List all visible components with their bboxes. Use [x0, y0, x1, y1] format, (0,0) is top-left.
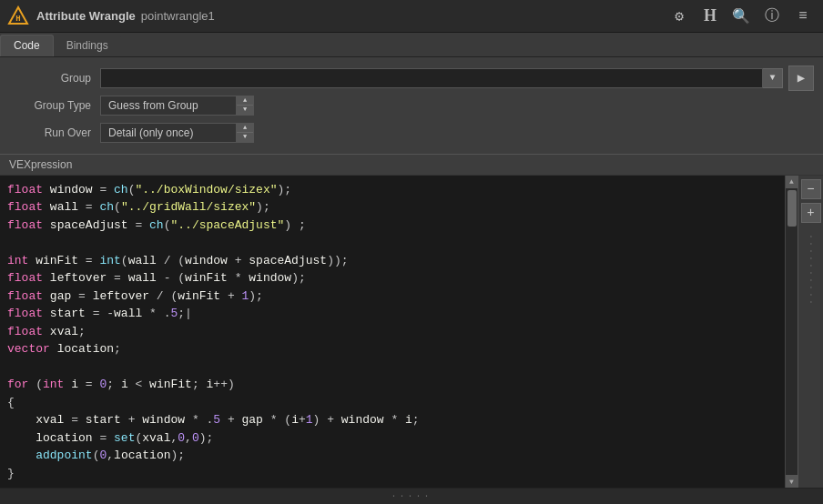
help-icon[interactable]: H — [697, 4, 723, 29]
group-arrow-btn[interactable]: ▶ — [788, 66, 814, 91]
tab-bindings[interactable]: Bindings — [54, 35, 121, 56]
run-over-up[interactable]: ▲ — [237, 124, 253, 133]
scroll-down-btn[interactable]: ▼ — [786, 475, 798, 488]
scroll-up-btn[interactable]: ▲ — [786, 176, 798, 188]
bottom-dots: ····· — [391, 491, 432, 501]
group-type-value[interactable]: Guess from Group — [100, 96, 237, 116]
run-over-value[interactable]: Detail (only once) — [100, 123, 237, 143]
group-dropdown-btn[interactable]: ▼ — [763, 68, 783, 88]
group-row: Group ▼ ▶ — [0, 65, 823, 92]
app-title: Attribute Wrangle — [36, 9, 136, 23]
run-over-control: Detail (only once) ▲ ▼ — [100, 123, 254, 143]
group-type-spinner: ▲ ▼ — [237, 96, 254, 116]
run-over-spinner: ▲ ▼ — [237, 123, 254, 143]
titlebar-actions: ⚙ H 🔍 ⓘ ≡ — [666, 4, 816, 29]
run-over-label: Run Over — [9, 126, 100, 139]
scrollbar-track[interactable] — [786, 188, 798, 476]
search-icon[interactable]: 🔍 — [728, 4, 754, 29]
gear-icon[interactable]: ⚙ — [666, 4, 692, 29]
zoom-out-btn[interactable]: − — [801, 179, 821, 199]
scrollbar-thumb[interactable] — [787, 190, 797, 227]
main-content: Code Bindings Group ▼ ▶ Group Type Guess… — [0, 33, 823, 504]
menu-icon[interactable]: ≡ — [790, 4, 816, 29]
code-editor[interactable]: float window = ch("../boxWindow/sizex");… — [0, 176, 785, 489]
vertical-scrollbar[interactable]: ▲ ▼ — [785, 176, 798, 489]
run-over-down[interactable]: ▼ — [237, 133, 253, 142]
group-type-control: Guess from Group ▲ ▼ — [100, 96, 254, 116]
run-over-row: Run Over Detail (only once) ▲ ▼ — [0, 119, 823, 146]
group-label: Group — [9, 72, 100, 85]
info-icon[interactable]: ⓘ — [759, 4, 785, 29]
group-input[interactable] — [100, 68, 763, 88]
side-decoration: ·········· — [806, 234, 816, 307]
group-type-down[interactable]: ▼ — [237, 106, 253, 115]
group-type-row: Group Type Guess from Group ▲ ▼ — [0, 92, 823, 119]
zoom-in-btn[interactable]: + — [801, 203, 821, 223]
svg-text:H: H — [15, 15, 20, 24]
group-type-up[interactable]: ▲ — [237, 96, 253, 106]
vex-container: float window = ch("../boxWindow/sizex");… — [0, 176, 823, 489]
side-tools: − + ·········· — [798, 176, 823, 489]
bottom-bar: ····· — [0, 488, 823, 504]
tab-code[interactable]: Code — [0, 35, 54, 56]
node-name: pointwrangle1 — [141, 9, 215, 23]
vex-header: VEXpression — [0, 154, 823, 176]
group-type-label: Group Type — [9, 99, 100, 112]
titlebar: H Attribute Wrangle pointwrangle1 ⚙ H 🔍 … — [0, 0, 823, 33]
app-logo: H — [7, 5, 29, 27]
form-area: Group ▼ ▶ Group Type Guess from Group ▲ … — [0, 57, 823, 154]
tab-bar: Code Bindings — [0, 33, 823, 57]
